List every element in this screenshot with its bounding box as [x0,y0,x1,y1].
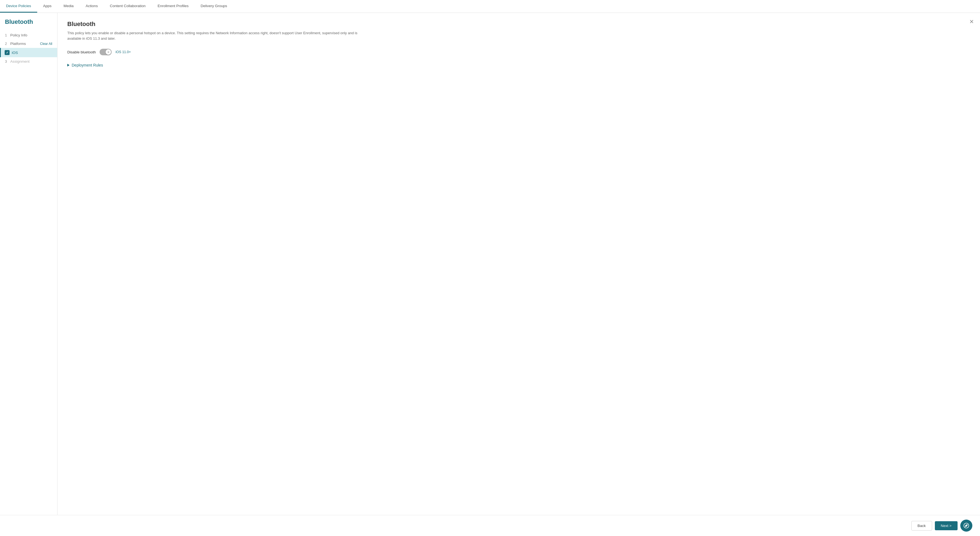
compass-icon [963,523,969,529]
setting-label: Disable bluetooth [67,50,96,54]
step-label-platforms: Platforms [10,41,26,46]
top-navigation: Device Policies Apps Media Actions Conte… [0,0,980,13]
disable-bluetooth-setting: Disable bluetooth ✕ iOS 11.0+ [67,49,970,55]
footer: Back Next > [0,515,980,536]
sidebar-step-policy-info[interactable]: 1 Policy Info [0,31,57,40]
ios-version-badge: iOS 11.0+ [115,50,131,54]
ios-check-icon [5,50,10,55]
toggle-knob: ✕ [106,49,111,55]
nav-item-media[interactable]: Media [57,0,80,13]
page-title: Bluetooth [67,21,970,28]
next-button[interactable]: Next > [935,521,958,530]
step-number-2: 2 [5,41,7,46]
step-number-3: 3 [5,59,7,64]
sidebar: Bluetooth 1 Policy Info 2 Platforms Clea… [0,13,57,515]
main-layout: Bluetooth 1 Policy Info 2 Platforms Clea… [0,13,980,515]
sidebar-title: Bluetooth [0,18,57,31]
triangle-icon [67,64,70,67]
deployment-rules-section[interactable]: Deployment Rules [67,63,970,67]
nav-item-enrollment-profiles[interactable]: Enrollment Profiles [151,0,194,13]
clear-all-link[interactable]: Clear All [40,42,52,46]
nav-item-actions[interactable]: Actions [80,0,104,13]
content-description: This policy lets you enable or disable a… [67,30,368,41]
ios-label: iOS [12,51,18,55]
back-button[interactable]: Back [911,521,932,531]
svg-marker-1 [965,525,967,527]
step-label-policy-info: Policy Info [10,33,27,37]
bluetooth-toggle[interactable]: ✕ [100,49,111,55]
step-number-1: 1 [5,33,7,37]
sidebar-step-platforms: 2 Platforms Clear All [0,40,57,48]
nav-circle-button[interactable] [960,520,972,531]
nav-item-device-policies[interactable]: Device Policies [0,0,37,13]
close-button[interactable]: ✕ [969,19,974,24]
nav-item-content-collaboration[interactable]: Content Collaboration [104,0,151,13]
step-label-assignment: Assignment [10,59,30,64]
sidebar-step-assignment[interactable]: 3 Assignment [0,57,57,66]
content-area: ✕ Bluetooth This policy lets you enable … [57,13,980,515]
toggle-container: ✕ [100,49,111,55]
nav-item-delivery-groups[interactable]: Delivery Groups [194,0,233,13]
platform-item-ios[interactable]: iOS [0,48,57,57]
nav-item-apps[interactable]: Apps [37,0,58,13]
deployment-rules-label: Deployment Rules [72,63,103,67]
